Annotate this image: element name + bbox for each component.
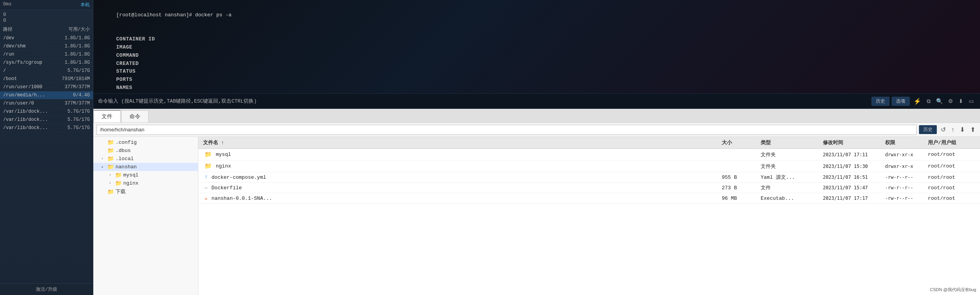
tree-label: .local <box>116 156 134 162</box>
tree-label: 下载 <box>116 188 126 195</box>
java-icon: ☕ <box>203 195 209 202</box>
tree-item[interactable]: ›📁nginx <box>93 179 198 187</box>
options-button[interactable]: 选项 <box>892 97 910 106</box>
folder-icon: 📁 <box>107 189 114 195</box>
left-panel: 0ms 本机 0 0 路径 可用/大小 /dev1.8G/1.8G/dev/sh… <box>0 0 93 295</box>
folder-icon: 📁 <box>107 139 114 146</box>
fm-file-list: 文件名 ↑ 大小 类型 修改时间 权限 用户/用户组 📁mysql文件夹2023… <box>198 137 980 295</box>
tree-label: .config <box>116 140 137 145</box>
file-type: 文件夹 <box>759 162 821 170</box>
col-command: COMMAND <box>116 52 206 60</box>
tree-arrow: ▾ <box>101 165 107 169</box>
terminal-panel[interactable]: [root@localhost nanshan]# docker ps -a C… <box>93 0 980 93</box>
file-permissions: -rw-r--r-- <box>884 185 926 191</box>
fm-tree: 📁.config📁.dbus›📁.local▾📁nanshan›📁mysql›📁… <box>93 137 198 295</box>
file-modified: 2023/11/07 15:47 <box>821 185 884 191</box>
fm-path-input[interactable] <box>96 125 917 135</box>
window-icon-button[interactable]: ▭ <box>967 97 975 106</box>
file-name: ☕nanshan-0.0.1-SNA... <box>201 194 720 202</box>
folder-icon: 📁 <box>115 180 122 187</box>
file-icon: — <box>203 185 209 191</box>
tree-arrow: › <box>101 157 107 161</box>
file-row[interactable]: 📁mysql文件夹2023/11/07 17:11drwxr-xr-xroot/… <box>198 149 980 161</box>
fm-refresh-button[interactable]: ↺ <box>939 125 947 134</box>
tree-item[interactable]: 📁.config <box>93 138 198 147</box>
file-modified: 2023/11/07 15:30 <box>821 163 884 169</box>
file-list-header: 文件名 ↑ 大小 类型 修改时间 权限 用户/用户组 <box>198 137 980 149</box>
tree-item[interactable]: 📁.dbus <box>93 147 198 155</box>
tree-label: .dbus <box>116 148 131 154</box>
disk-row: /var/lib/dock...5.7G/17G <box>0 116 93 124</box>
file-owner: root/root <box>926 195 977 202</box>
tree-item[interactable]: ›📁.local <box>93 155 198 163</box>
col-size-header: 大小 <box>720 138 759 147</box>
file-owner: root/root <box>926 151 977 158</box>
folder-icon: 📁 <box>203 150 214 159</box>
file-manager-tabs: 文件 命令 <box>93 109 980 123</box>
terminal-prompt-line: [root@localhost nanshan]# docker ps -a <box>98 3 975 27</box>
file-name: —Dockerfile <box>201 184 720 192</box>
copy-icon-button[interactable]: ⧉ <box>925 97 932 106</box>
watermark: CSDN @我代码没有bug <box>930 287 976 293</box>
disk-row: /boot791M/1014M <box>0 75 93 83</box>
download-icon-button[interactable]: ⬇ <box>957 97 965 106</box>
tree-item[interactable]: ▾📁nanshan <box>93 163 198 171</box>
zero-row-2: 0 <box>3 17 90 23</box>
tree-item[interactable]: 📁下载 <box>93 187 198 196</box>
disk-col-path: 路径 <box>0 25 56 34</box>
terminal-input-hint: 命令输入 (按ALT键提示历史,TAB键路径,ESC键返回,双击CTRL切换) <box>98 98 872 105</box>
col-names: NAMES <box>116 85 133 91</box>
file-size <box>720 166 759 167</box>
zero-rows: 0 0 <box>0 10 93 25</box>
fm-download-button[interactable]: ⬇ <box>958 125 966 134</box>
disk-row: /var/lib/dock...5.7G/17G <box>0 108 93 116</box>
search-icon-button[interactable]: 🔍 <box>934 97 944 106</box>
lightning-icon-button[interactable]: ⚡ <box>912 97 923 106</box>
tree-arrow: › <box>109 173 115 177</box>
file-size <box>720 154 759 155</box>
upgrade-button[interactable]: 激活/升级 <box>0 283 93 295</box>
file-modified: 2023/11/07 16:51 <box>821 174 884 180</box>
file-row[interactable]: 📁nginx文件夹2023/11/07 15:30drwxr-xr-xroot/… <box>198 161 980 172</box>
disk-row: /sys/fs/cgroup1.8G/1.8G <box>0 59 93 67</box>
yaml-icon: ! <box>203 174 209 181</box>
history-button[interactable]: 历史 <box>872 97 889 106</box>
gear-icon-button[interactable]: ⚙ <box>947 97 955 106</box>
file-owner: root/root <box>926 163 977 169</box>
file-name: 📁mysql <box>201 150 720 159</box>
terminal-header-line: CONTAINER ID IMAGE COMMAND CREATED STATU… <box>98 27 975 93</box>
file-name: 📁nginx <box>201 162 720 171</box>
tree-item[interactable]: ›📁mysql <box>93 171 198 179</box>
col-container-id: CONTAINER ID <box>116 35 167 44</box>
file-row[interactable]: ☕nanshan-0.0.1-SNA...96 MBExecutab...202… <box>198 193 980 204</box>
disk-row: /run/user/0377M/377M <box>0 99 93 108</box>
disk-row: /dev1.8G/1.8G <box>0 34 93 42</box>
fm-up-button[interactable]: ↑ <box>950 126 956 134</box>
file-owner: root/root <box>926 174 977 181</box>
terminal-input-bar: 命令输入 (按ALT键提示历史,TAB键路径,ESC键返回,双击CTRL切换) … <box>93 93 980 109</box>
tree-label: nanshan <box>116 164 137 170</box>
tab-command[interactable]: 命令 <box>121 110 149 122</box>
file-row[interactable]: !docker-compose.yml955 BYaml 源文...2023/1… <box>198 172 980 183</box>
folder-icon: 📁 <box>107 155 114 162</box>
file-size: 955 B <box>720 174 759 181</box>
file-type: Yaml 源文... <box>759 173 821 181</box>
file-row[interactable]: —Dockerfile273 B文件2023/11/07 15:47-rw-r-… <box>198 183 980 193</box>
file-type: Executab... <box>759 195 821 202</box>
file-permissions: drwxr-xr-x <box>884 163 926 169</box>
col-created: CREATED <box>116 60 171 68</box>
file-name: !docker-compose.yml <box>201 174 720 181</box>
fm-history-button[interactable]: 历史 <box>919 125 937 134</box>
terminal-action-buttons: 历史 选项 ⚡ ⧉ 🔍 ⚙ ⬇ ▭ <box>872 97 975 106</box>
file-modified: 2023/11/07 17:17 <box>821 195 884 201</box>
file-permissions: -rw-r--r-- <box>884 174 926 180</box>
folder-icon: 📁 <box>107 164 114 170</box>
disk-row: /5.7G/17G <box>0 67 93 75</box>
file-rows-container: 📁mysql文件夹2023/11/07 17:11drwxr-xr-xroot/… <box>198 149 980 204</box>
file-permissions: -rw-r--r-- <box>884 195 926 201</box>
col-status: STATUS <box>116 68 186 76</box>
disk-row: /run/media/h...0/4.4G <box>0 91 93 99</box>
fm-upload-button[interactable]: ⬆ <box>969 125 977 134</box>
tab-file[interactable]: 文件 <box>93 110 121 122</box>
left-panel-header: 0ms 本机 <box>0 0 93 10</box>
